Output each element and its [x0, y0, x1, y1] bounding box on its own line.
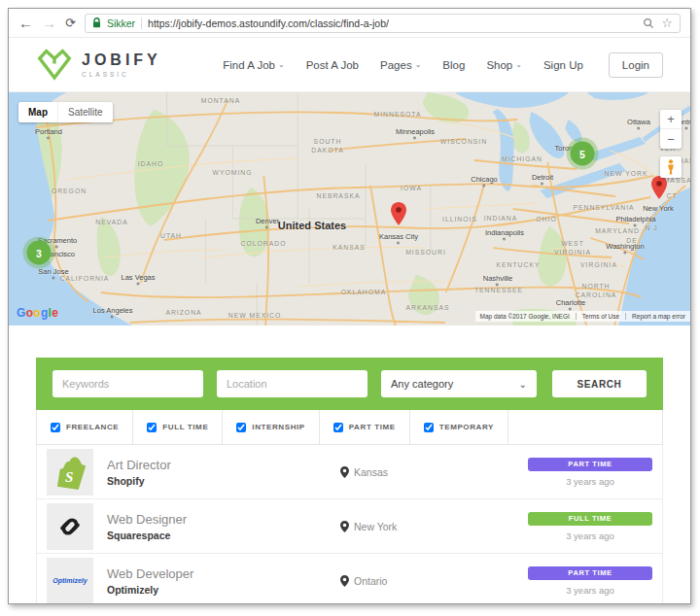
temporary-checkbox[interactable]	[424, 423, 434, 432]
map-country-label: United States	[278, 220, 346, 231]
reload-button[interactable]: ⟳	[65, 17, 76, 29]
job-row-web-developer[interactable]: Optimizely Web Developer Optimizely Onta…	[37, 554, 662, 604]
map-state-label: PENNSYLVANIA	[573, 204, 634, 211]
street-view-pegman-button[interactable]	[660, 156, 682, 178]
part-time-checkbox[interactable]	[333, 423, 343, 432]
keywords-input[interactable]	[52, 370, 203, 397]
location-input[interactable]	[217, 370, 368, 397]
nav-find-a-job[interactable]: Find A Job⌄	[223, 59, 284, 71]
google-logo: Google	[17, 306, 58, 320]
zoom-in-button[interactable]: +	[660, 110, 682, 129]
map-pin-icon[interactable]	[651, 176, 667, 203]
chevron-down-icon: ⌄	[515, 60, 522, 69]
search-icon[interactable]	[643, 17, 654, 29]
address-bar[interactable]: Sikker https://jobify-demos.astoundify.c…	[85, 14, 681, 33]
map-state-label: OKLAHOMA	[341, 289, 387, 295]
job-company: Shopify	[107, 475, 340, 487]
jobs-map[interactable]: MONTANA OREGON IDAHO WYOMING NEVADA UTAH…	[9, 92, 690, 325]
map-state-label: COLORADO	[241, 240, 287, 247]
filter-part-time[interactable]: PART TIME	[320, 410, 410, 444]
map-state-label: WISCONSIN	[440, 138, 487, 145]
map-state-label: NEW YORK	[605, 170, 648, 177]
map-state-label: OREGON	[52, 188, 87, 194]
map-type-map-button[interactable]: Map	[18, 102, 57, 122]
map-city-label: Charlotte	[556, 298, 585, 307]
map-type-control: Map Satellite	[18, 102, 113, 122]
login-button[interactable]: Login	[609, 52, 663, 78]
logo-title: JOBIFY	[82, 51, 161, 69]
map-pin-icon[interactable]	[391, 202, 406, 229]
map-city-label: Philadelphia	[616, 215, 656, 223]
logo-subtitle: CLASSIC	[82, 71, 161, 78]
filter-full-time[interactable]: FULL TIME	[133, 410, 223, 444]
filter-freelance[interactable]: FREELANCE	[37, 410, 133, 444]
map-zoom-control: + −	[660, 110, 682, 149]
nav-blog[interactable]: Blog	[442, 59, 465, 71]
search-button[interactable]: SEARCH	[552, 370, 647, 397]
map-state-label: KANSAS	[332, 244, 366, 251]
zoom-out-button[interactable]: −	[660, 129, 682, 149]
map-state-label: MONTANA	[201, 97, 240, 104]
map-cluster-marker[interactable]: 3	[27, 241, 52, 265]
map-state-label: SOUTH DAKOTA	[301, 137, 354, 154]
heart-logo-icon	[36, 47, 73, 84]
chevron-down-icon: ⌄	[415, 60, 422, 69]
jobify-logo[interactable]: JOBIFY CLASSIC	[36, 47, 161, 84]
url-divider	[141, 17, 142, 29]
map-state-label: IDAHO	[138, 160, 164, 167]
internship-checkbox[interactable]	[236, 423, 246, 432]
category-select[interactable]: Any category ⌄	[381, 370, 537, 397]
nav-post-a-job[interactable]: Post A Job	[306, 59, 359, 71]
map-state-label: MICHIGAN	[502, 155, 542, 162]
map-state-label: IOWA	[401, 185, 422, 191]
job-row-web-designer[interactable]: Web Designer Squarespace New York FULL T…	[37, 499, 662, 554]
report-error-link[interactable]: Report a map error	[632, 313, 685, 320]
chevron-down-icon: ⌄	[278, 60, 285, 69]
map-city-label: Ottawa	[627, 118, 650, 126]
job-row-art-director[interactable]: S Art Director Shopify Kansas PART TIME …	[37, 445, 662, 499]
full-time-checkbox[interactable]	[147, 423, 157, 432]
nav-shop[interactable]: Shop⌄	[486, 59, 522, 71]
map-cluster-marker[interactable]: 5	[571, 142, 595, 166]
nav-sign-up[interactable]: Sign Up	[543, 59, 583, 71]
map-city-label: San Jose	[38, 267, 68, 276]
job-type-badge: FULL TIME	[528, 512, 652, 526]
map-state-label: CT	[666, 192, 677, 199]
map-state-label: N J	[645, 224, 657, 231]
job-listings: S Art Director Shopify Kansas PART TIME …	[36, 445, 663, 604]
freelance-checkbox[interactable]	[51, 423, 60, 432]
map-state-label: UTAH	[160, 232, 182, 239]
site-header: JOBIFY CLASSIC Find A Job⌄ Post A Job Pa…	[9, 38, 690, 92]
map-state-label: TENNESSEE	[474, 287, 523, 293]
map-state-label: MARYLAND	[595, 227, 640, 234]
squarespace-logo-icon	[47, 503, 93, 550]
back-button[interactable]: ←	[18, 16, 33, 30]
map-state-label: VIRGINIA	[580, 261, 617, 268]
main-nav: Find A Job⌄ Post A Job Pages⌄ Blog Shop⌄…	[223, 52, 663, 78]
location-pin-icon	[340, 521, 349, 532]
job-search-bar: Any category ⌄ SEARCH	[36, 358, 663, 410]
map-city-label: Washington	[606, 242, 644, 251]
map-data-text: Map data ©2017 Google, INEGI	[480, 313, 570, 320]
job-location: Kansas	[340, 466, 528, 478]
filter-temporary[interactable]: TEMPORARY	[410, 410, 508, 444]
location-pin-icon	[340, 466, 349, 478]
map-city-label: Chicago	[471, 175, 498, 184]
filter-internship[interactable]: INTERNSHIP	[223, 410, 319, 444]
map-city-label: Portland	[35, 127, 62, 136]
map-city-label: New York	[643, 204, 674, 213]
nav-pages[interactable]: Pages⌄	[380, 59, 421, 71]
map-city-label: Las Vegas	[121, 273, 155, 282]
map-state-label: CALIFORNIA	[60, 275, 110, 282]
location-pin-icon	[340, 575, 349, 587]
padlock-icon	[92, 17, 101, 28]
job-posted-date: 3 years ago	[528, 585, 652, 596]
security-label: Sikker	[107, 17, 135, 29]
map-state-label: KENTUCKY	[496, 261, 540, 268]
terms-link[interactable]: Terms of Use	[582, 313, 619, 320]
map-state-label: NEW MEXICO	[228, 312, 282, 319]
map-type-satellite-button[interactable]: Satellite	[57, 102, 113, 122]
bookmark-star-icon[interactable]: ☆	[661, 16, 673, 30]
forward-button[interactable]: →	[42, 16, 56, 30]
job-company: Squarespace	[107, 530, 340, 541]
